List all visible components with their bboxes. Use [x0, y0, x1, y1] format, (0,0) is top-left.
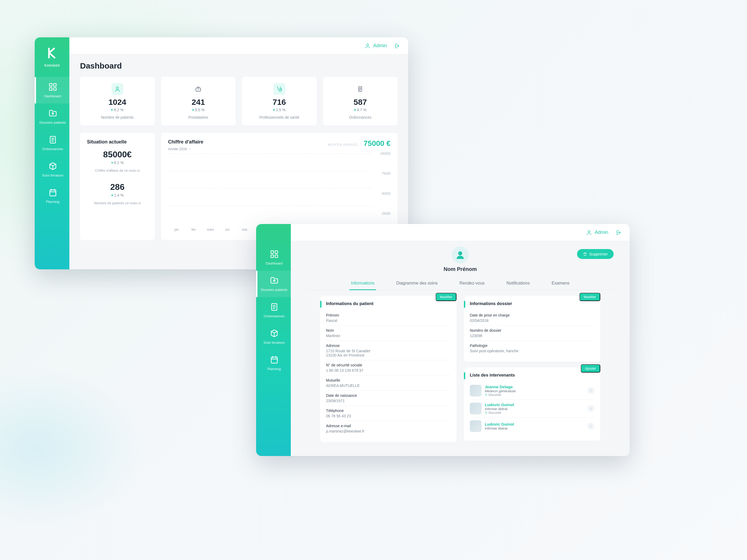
field: Téléphone06 78 56 43 23 — [326, 406, 450, 421]
user-menu[interactable]: Admin — [365, 43, 387, 49]
svg-rect-3 — [53, 88, 56, 90]
user-menu[interactable]: Admin — [586, 230, 608, 236]
situation-panel: Situation actuelle 85000€ ▾ 6.2 % Chiffr… — [80, 133, 155, 240]
patient-content: Nom Prénom Supprimer Informations Diagra… — [291, 241, 629, 456]
chevron-down-icon — [188, 148, 191, 151]
patient-info-card: Modifier Informations du patient PrénomP… — [320, 296, 457, 442]
y-tick: 75000 — [375, 172, 391, 176]
chevron-right-icon — [589, 425, 593, 428]
intervenant-role: Infirmier libéral — [485, 407, 584, 411]
stats-row: 1024 ▾ 6.2 % Nombre de patients 241 ▾ 5.… — [80, 77, 397, 125]
field-label: Date de naissance — [326, 393, 450, 398]
intervenant-name[interactable]: Ludovic Guinot — [485, 422, 584, 426]
tab-appointments[interactable]: Rendez-vous — [458, 277, 486, 290]
field-value: 1 80 08 13 135 678 97 — [326, 368, 450, 373]
document-icon — [48, 135, 57, 144]
nav-label: Suivi livraison — [42, 174, 63, 177]
field-value: 06 78 56 43 23 — [326, 414, 450, 418]
stat-label: Nombre de patients — [83, 115, 152, 119]
field: MutuelleADREA MUTUELLE — [326, 375, 450, 391]
year-selector[interactable]: Année 2018 — [168, 147, 203, 151]
field: PathologieSuivi post-opératoire, hanche — [470, 341, 594, 356]
brand: Keeskee — [44, 47, 60, 68]
stat-value: 587 — [326, 98, 394, 107]
card-stripe — [320, 301, 321, 308]
open-intervenant-button[interactable] — [588, 405, 594, 412]
svg-rect-1 — [53, 83, 56, 86]
field: Date de naissance23/08/1971 — [326, 391, 450, 406]
user-icon — [365, 43, 370, 49]
stethoscope-icon — [274, 83, 285, 95]
svg-rect-2 — [49, 88, 52, 90]
nav-label: Ordonnances — [264, 314, 284, 318]
nav-planning[interactable]: Planning — [35, 183, 69, 209]
open-intervenant-button[interactable] — [588, 423, 594, 430]
folder-icon — [48, 109, 57, 118]
trash-icon — [583, 252, 587, 256]
logout-icon[interactable] — [615, 230, 621, 236]
nav-label: Planning — [267, 367, 281, 371]
tab-diagram[interactable]: Diagramme des soins — [395, 277, 439, 290]
nav-label: Suivi livraison — [264, 341, 285, 345]
field-value: ADREA MUTUELLE — [326, 383, 450, 388]
nav-label: Dashboard — [44, 94, 61, 98]
pin-icon — [485, 411, 487, 414]
nav-planning[interactable]: Planning — [256, 350, 291, 376]
document-icon — [270, 302, 279, 312]
add-button[interactable]: Ajouter — [581, 364, 600, 373]
dashboard-icon — [48, 82, 57, 91]
intervenant-location: Marseille — [485, 411, 584, 415]
intervenant-name[interactable]: Ludovic Guinot — [485, 402, 584, 407]
modify-button[interactable]: Modifier — [436, 293, 457, 301]
intervenants-card: Ajouter Liste des intervenants Jeanne De… — [464, 368, 600, 441]
tab-exams[interactable]: Examens — [550, 277, 571, 290]
delete-button[interactable]: Supprimer — [577, 249, 614, 259]
pin-icon — [485, 394, 487, 396]
x-tick: avr — [219, 225, 236, 234]
field: NomMartinez — [326, 326, 450, 341]
file-icon — [354, 83, 366, 95]
user-icon — [586, 230, 592, 236]
annual-label: MOYEN ANNUEL — [328, 143, 359, 146]
field-label: Adresse — [326, 344, 450, 348]
svg-point-4 — [52, 113, 54, 114]
nav-delivery[interactable]: Suivi livraison — [35, 156, 69, 183]
modify-button[interactable]: Modifier — [579, 293, 600, 301]
cards-row: Modifier Informations du patient PrénomP… — [307, 296, 614, 442]
card-title: Informations dossier — [470, 301, 594, 306]
nav-label: Dashboard — [266, 261, 283, 265]
nav-prescriptions[interactable]: Ordonnances — [256, 297, 291, 323]
person-icon — [111, 83, 123, 95]
tab-notifications[interactable]: Notifications — [505, 277, 532, 290]
brand-name: Keeskee — [44, 63, 60, 68]
tab-informations[interactable]: Informations — [350, 277, 376, 290]
intervenant-name[interactable]: Jeanne Delage — [485, 384, 584, 389]
col-right: Modifier Informations dossier Date de pr… — [464, 296, 600, 442]
nav-label: Ordonnances — [42, 147, 63, 151]
card-title: Liste des intervenants — [470, 373, 594, 378]
chevron-right-icon — [589, 407, 593, 410]
dashboard-icon — [270, 249, 279, 259]
intervenant-row: Ludovic Guinot Infirmier libéral Marseil… — [470, 400, 594, 418]
stat-label: Ordonnances — [326, 115, 394, 119]
col-left: Modifier Informations du patient PrénomP… — [320, 296, 457, 442]
logout-icon[interactable] — [394, 43, 400, 49]
sit-value: 85000€ — [87, 150, 148, 159]
y-tick: 25000 — [375, 212, 391, 215]
dossier-card: Modifier Informations dossier Date de pr… — [464, 296, 600, 362]
nav-dashboard[interactable]: Dashboard — [256, 244, 291, 271]
nav-dashboard[interactable]: Dashboard — [35, 77, 69, 104]
chart-title: Chiffre d'affaire — [168, 139, 203, 145]
patient-window: Dashboard Dossiers patients Ordonnances … — [256, 224, 629, 456]
nav-prescriptions[interactable]: Ordonnances — [35, 130, 69, 156]
field-label: Nom — [326, 328, 450, 332]
field-value: 02/04/2018 — [470, 318, 594, 323]
open-intervenant-button[interactable] — [588, 387, 594, 394]
stat-health-pros: 716 ▾ 1.5 % Professionnels de santé — [242, 77, 317, 125]
nav-delivery[interactable]: Suivi livraison — [256, 323, 291, 350]
svg-rect-13 — [275, 251, 278, 253]
intervenant-photo — [470, 403, 482, 415]
nav-patients[interactable]: Dossiers patients — [256, 271, 291, 297]
sit-label: Nombre de patients ce mois-ci — [87, 201, 148, 205]
nav-patients[interactable]: Dossiers patients — [35, 104, 69, 130]
